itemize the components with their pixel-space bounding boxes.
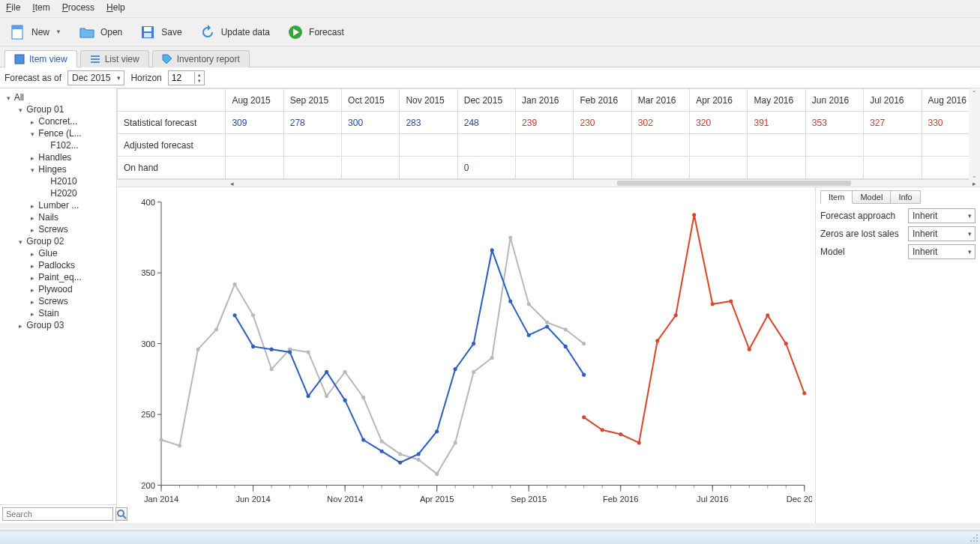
tree-node[interactable]: ▸ Nails [0, 211, 116, 223]
grid-scroll-up[interactable]: ˄ [971, 88, 978, 99]
prop-select[interactable]: Inherit [908, 244, 976, 259]
horizon-input[interactable] [169, 73, 194, 83]
tree-node[interactable]: ▾ All [0, 91, 116, 103]
tree-node[interactable]: ▾ Group 02 [0, 235, 116, 247]
grid-cell[interactable] [457, 134, 515, 157]
grid-cell[interactable] [864, 134, 922, 157]
grid-cell[interactable] [748, 157, 805, 179]
tree-twisty-icon[interactable]: ▾ [4, 94, 12, 102]
grid-cell[interactable] [400, 134, 457, 157]
grid-cell[interactable] [342, 157, 400, 179]
grid-cell[interactable]: 309 [226, 112, 283, 134]
grid-cell[interactable]: 230 [574, 112, 631, 134]
grid-cell[interactable] [690, 157, 748, 179]
grid-col-header[interactable]: Mar 2016 [631, 89, 689, 112]
grid-col-header[interactable]: May 2016 [748, 89, 805, 112]
grid-col-header[interactable]: Dec 2015 [457, 89, 515, 112]
tree-twisty-icon[interactable]: ▸ [28, 274, 36, 282]
grid-cell[interactable] [342, 134, 400, 157]
tree-twisty-icon[interactable]: ▸ [28, 310, 36, 318]
tree-twisty-icon[interactable]: ▸ [28, 214, 36, 222]
grid-col-header[interactable]: Jul 2016 [864, 89, 922, 112]
grid-cell[interactable]: 353 [805, 112, 863, 134]
grid-col-header[interactable]: Sep 2015 [283, 89, 341, 112]
tree-node[interactable]: ▸ Screws [0, 295, 116, 307]
grid-cell[interactable] [864, 157, 922, 179]
tree-twisty-icon[interactable]: ▾ [16, 106, 24, 114]
menu-help[interactable]: Help [106, 2, 125, 15]
grid-cell[interactable] [631, 134, 689, 157]
props-tab-model[interactable]: Model [852, 190, 891, 204]
grid-cell[interactable] [631, 157, 689, 179]
props-tab-item[interactable]: Item [820, 190, 853, 204]
resize-grip-icon[interactable] [970, 534, 979, 543]
tree-node[interactable]: H2010 [0, 175, 116, 187]
tree-twisty-icon[interactable]: ▸ [28, 250, 36, 258]
grid-cell[interactable] [516, 134, 574, 157]
tree-node[interactable]: F102... [0, 139, 116, 151]
tree-twisty-icon[interactable]: ▸ [28, 298, 36, 306]
grid-scroll-right[interactable]: ▸ [968, 180, 980, 187]
grid-cell[interactable]: 327 [864, 112, 922, 134]
grid-cell[interactable] [226, 134, 283, 157]
grid-hscroll[interactable]: ◂ ▸ [117, 180, 980, 187]
tree-node[interactable]: ▸ Plywood [0, 283, 116, 295]
grid-cell[interactable] [516, 157, 574, 179]
tree-node[interactable]: ▸ Padlocks [0, 259, 116, 271]
grid-col-header[interactable]: Jun 2016 [805, 89, 863, 112]
grid-col-header[interactable]: Nov 2015 [400, 89, 457, 112]
grid-cell[interactable] [283, 157, 341, 179]
tree-twisty-icon[interactable]: ▾ [28, 130, 36, 138]
tree-twisty-icon[interactable]: ▸ [28, 226, 36, 234]
tab-item-view[interactable]: Item view [4, 50, 77, 67]
grid-cell[interactable]: 300 [342, 112, 400, 134]
tree-twisty-icon[interactable]: ▸ [28, 262, 36, 270]
grid-cell[interactable]: 248 [457, 112, 515, 134]
grid-cell[interactable] [748, 134, 805, 157]
tree-node[interactable]: ▾ Fence (L... [0, 127, 116, 139]
grid-col-header[interactable]: Feb 2016 [574, 89, 631, 112]
tree-twisty-icon[interactable]: ▸ [28, 202, 36, 210]
tree-node[interactable]: H2020 [0, 187, 116, 199]
search-input[interactable] [2, 507, 113, 521]
grid-cell[interactable] [226, 157, 283, 179]
grid-cell[interactable] [400, 157, 457, 179]
prop-select[interactable]: Inherit [908, 208, 976, 223]
grid-cell[interactable] [805, 157, 863, 179]
grid-cell[interactable] [574, 134, 631, 157]
tree-twisty-icon[interactable]: ▾ [16, 238, 24, 246]
tree-twisty-icon[interactable]: ▸ [16, 322, 24, 330]
grid-col-header[interactable]: Aug 2015 [226, 89, 283, 112]
grid-cell[interactable]: 239 [516, 112, 574, 134]
prop-select[interactable]: Inherit [908, 226, 976, 241]
grid-cell[interactable] [574, 157, 631, 179]
tree-twisty-icon[interactable]: ▾ [28, 166, 36, 174]
horizon-down[interactable]: ▼ [195, 78, 204, 84]
grid-cell[interactable]: 302 [631, 112, 689, 134]
tree-node[interactable]: ▾ Group 01 [0, 103, 116, 115]
open-button[interactable]: Open [75, 21, 125, 43]
grid-cell[interactable] [805, 134, 863, 157]
menu-file[interactable]: File [6, 2, 20, 15]
tree-node[interactable]: ▸ Screws [0, 223, 116, 235]
tree-node[interactable]: ▸ Stain [0, 307, 116, 319]
grid-cell[interactable] [283, 134, 341, 157]
tree-node[interactable]: ▸ Glue [0, 247, 116, 259]
tree-twisty-icon[interactable]: ▸ [28, 154, 36, 162]
forecast-as-of-select[interactable]: Dec 2015 [67, 70, 124, 85]
tree-twisty-icon[interactable]: ▸ [28, 118, 36, 126]
grid-col-header[interactable]: Apr 2016 [690, 89, 748, 112]
tree-node[interactable]: ▸ Paint_eq... [0, 271, 116, 283]
tree-node[interactable]: ▸ Group 03 [0, 319, 116, 331]
grid-cell[interactable]: 278 [283, 112, 341, 134]
grid-cell[interactable]: 320 [690, 112, 748, 134]
item-tree[interactable]: ▾ All▾ Group 01▸ Concret...▾ Fence (L...… [0, 88, 116, 504]
tree-node[interactable]: ▸ Concret... [0, 115, 116, 127]
grid-cell[interactable] [690, 134, 748, 157]
tree-node[interactable]: ▸ Handles [0, 151, 116, 163]
horizon-spinner[interactable]: ▲ ▼ [168, 70, 205, 85]
tree-node[interactable]: ▸ Lumber ... [0, 199, 116, 211]
grid-col-header[interactable]: Jan 2016 [516, 89, 574, 112]
tab-list-view[interactable]: List view [80, 50, 149, 67]
tree-node[interactable]: ▾ Hinges [0, 163, 116, 175]
